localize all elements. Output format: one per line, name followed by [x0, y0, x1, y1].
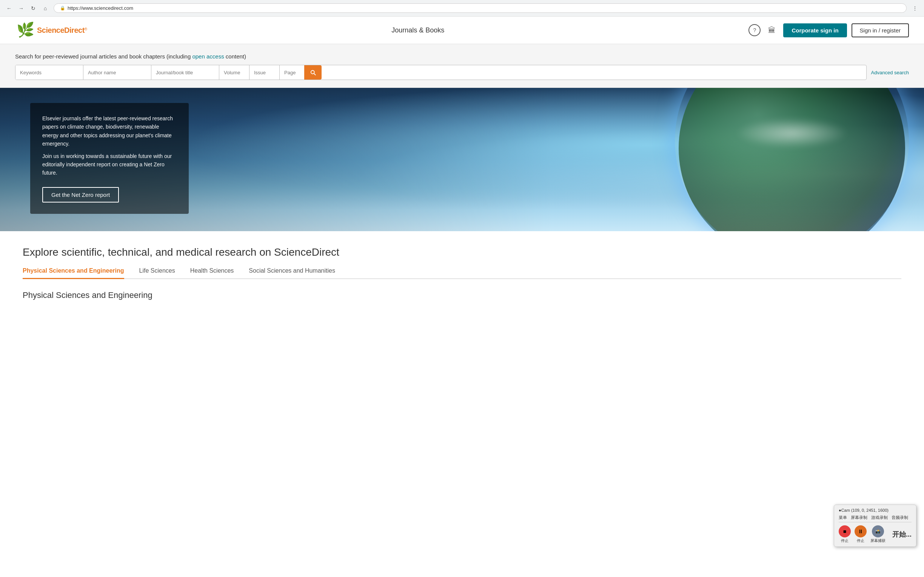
explore-tabs: Physical Sciences and Engineering Life S…: [23, 268, 901, 279]
explore-title: Explore scientific, technical, and medic…: [23, 246, 901, 258]
keywords-input[interactable]: [16, 65, 83, 80]
tab-social-sciences[interactable]: Social Sciences and Humanities: [249, 268, 335, 279]
refresh-button[interactable]: ↻: [28, 3, 39, 14]
hero-paragraph-1: Elsevier journals offer the latest peer-…: [42, 114, 177, 148]
nav-buttons[interactable]: ← → ↻ ⌂: [4, 3, 50, 14]
tab-physical-sciences[interactable]: Physical Sciences and Engineering: [23, 268, 124, 279]
page-input[interactable]: [280, 65, 304, 80]
address-bar[interactable]: 🔒 https://www.sciencedirect.com: [53, 3, 907, 13]
hero-paragraph-2: Join us in working towards a sustainable…: [42, 152, 177, 177]
forward-button[interactable]: →: [16, 3, 26, 14]
header-right: ? 🏛 Corporate sign in Sign in / register: [748, 23, 909, 37]
search-section: Search for peer-reviewed journal article…: [0, 44, 924, 88]
tab-life-sciences[interactable]: Life Sciences: [139, 268, 175, 279]
svg-text:🌿: 🌿: [16, 21, 33, 39]
main-nav: Journals & Books: [391, 26, 444, 34]
hero-card: Elsevier journals offer the latest peer-…: [30, 103, 189, 214]
signin-register-button[interactable]: Sign in / register: [851, 23, 909, 37]
search-row: Advanced search: [15, 65, 909, 80]
open-access-link[interactable]: open access: [192, 53, 224, 60]
lock-icon: 🔒: [60, 6, 65, 11]
elsevier-logo-icon: 🌿: [15, 21, 33, 39]
explore-sub-title: Physical Sciences and Engineering: [23, 290, 901, 300]
site-logo-text: ScienceDirect®: [37, 26, 87, 35]
volume-input[interactable]: [219, 65, 249, 80]
url-text: https://www.sciencedirect.com: [68, 5, 133, 11]
corporate-signin-button[interactable]: Corporate sign in: [783, 23, 846, 37]
search-icon: [310, 69, 316, 76]
search-button[interactable]: [304, 65, 321, 80]
institution-icon[interactable]: 🏛: [765, 23, 779, 37]
search-inputs-group: [15, 65, 867, 80]
browser-chrome: ← → ↻ ⌂ 🔒 https://www.sciencedirect.com …: [0, 0, 924, 16]
tab-health-sciences[interactable]: Health Sciences: [190, 268, 234, 279]
author-name-input[interactable]: [83, 65, 151, 80]
help-icon[interactable]: ?: [748, 24, 761, 36]
journal-title-input[interactable]: [151, 65, 219, 80]
logo-area[interactable]: 🌿 ScienceDirect®: [15, 21, 87, 39]
home-button[interactable]: ⌂: [40, 3, 50, 14]
issue-input[interactable]: [249, 65, 280, 80]
net-zero-report-button[interactable]: Get the Net Zero report: [42, 187, 119, 203]
explore-section: Explore scientific, technical, and medic…: [0, 231, 924, 308]
journals-books-link[interactable]: Journals & Books: [391, 26, 444, 34]
site-header: 🌿 ScienceDirect® Journals & Books ? 🏛 Co…: [0, 16, 924, 44]
search-description: Search for peer-reviewed journal article…: [15, 53, 909, 60]
extensions-btn[interactable]: ⋮: [909, 3, 920, 14]
hero-section: Elsevier journals offer the latest peer-…: [0, 88, 924, 231]
back-button[interactable]: ←: [4, 3, 15, 14]
advanced-search-link[interactable]: Advanced search: [871, 70, 909, 76]
hero-content: Elsevier journals offer the latest peer-…: [0, 88, 219, 229]
